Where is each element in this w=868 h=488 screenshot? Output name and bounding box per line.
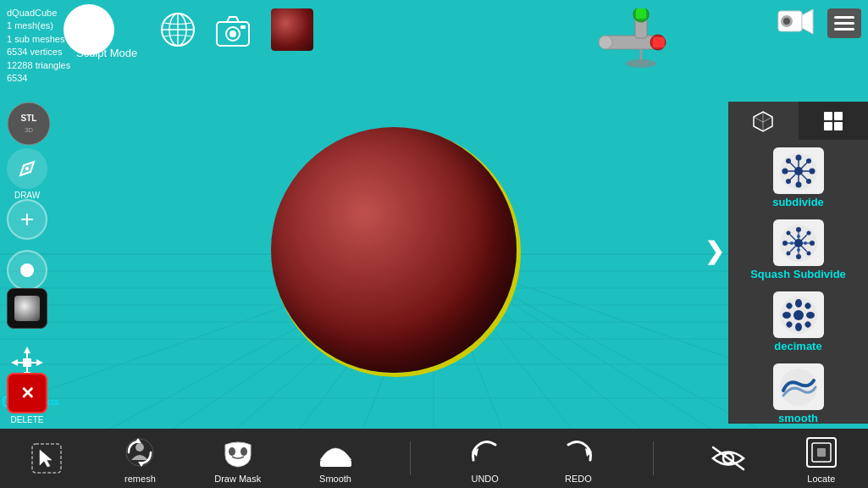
sculpt-mode-label: Sculpt Mode	[76, 47, 137, 59]
svg-marker-35	[24, 347, 30, 353]
vertex-count: 6534 vertices	[7, 47, 62, 57]
svg-point-80	[806, 230, 810, 235]
tool-squash-subdivide[interactable]: Squash Subdivide	[733, 216, 864, 284]
svg-rect-55	[824, 112, 832, 120]
tool-subdivide[interactable]: subdivide	[733, 144, 864, 212]
sub-mesh-count: 1 sub meshes	[7, 34, 64, 44]
svg-point-96	[806, 312, 815, 319]
tab-cube-view[interactable]	[728, 102, 799, 140]
svg-point-52	[599, 36, 612, 49]
svg-point-77	[782, 241, 788, 246]
svg-rect-111	[320, 460, 351, 467]
svg-rect-46	[605, 36, 656, 49]
snapshot-icon[interactable]	[212, 10, 254, 53]
globe-icon[interactable]	[157, 8, 199, 51]
dot-tool-button[interactable]	[7, 250, 47, 291]
svg-point-93	[795, 299, 802, 308]
svg-point-106	[135, 443, 144, 452]
delete-button[interactable]: ✕ DELETE	[7, 373, 47, 424]
subdivide-label: subdivide	[772, 196, 824, 208]
tool-decimate[interactable]: decimate	[733, 288, 864, 356]
separator-1	[410, 441, 411, 475]
locate-button[interactable]: Locate	[802, 433, 840, 484]
svg-point-29	[229, 30, 236, 37]
select-tool-button[interactable]	[28, 440, 66, 478]
svg-rect-118	[817, 448, 826, 457]
svg-text:STL: STL	[21, 114, 37, 123]
svg-point-89	[790, 241, 793, 245]
texture-button[interactable]	[7, 288, 47, 329]
svg-point-76	[796, 254, 801, 259]
mesh-count: 1 mesh(es)	[7, 20, 53, 30]
camera-record-button[interactable]	[777, 7, 815, 40]
svg-point-78	[810, 241, 815, 246]
top-right-controls	[777, 7, 861, 40]
svg-point-63	[782, 168, 788, 174]
svg-text:3D: 3D	[25, 126, 33, 134]
svg-rect-57	[824, 122, 832, 130]
red-preview-thumbnail[interactable]	[271, 8, 313, 51]
locate-label: Locate	[807, 474, 835, 484]
smooth-bottom-button[interactable]: Smooth	[317, 433, 355, 484]
remesh-label: remesh	[124, 474, 156, 484]
svg-point-61	[795, 154, 801, 160]
smooth-bottom-label: Smooth	[319, 474, 351, 484]
svg-point-31	[8, 103, 50, 145]
draw-tool[interactable]: DRAW	[7, 148, 47, 200]
svg-marker-104	[40, 450, 52, 467]
mesh-id: 6534	[7, 73, 27, 83]
redo-button[interactable]: REDO	[559, 433, 597, 484]
svg-point-90	[804, 241, 807, 245]
hide-button[interactable]	[709, 440, 747, 478]
add-circle-button[interactable]: +	[7, 199, 47, 240]
gizmo[interactable]	[589, 8, 699, 76]
svg-marker-37	[11, 359, 18, 366]
undo-label: UNDO	[471, 474, 498, 484]
svg-rect-30	[240, 25, 246, 29]
triangle-count: 12288 triangles	[7, 60, 70, 70]
svg-point-79	[786, 230, 790, 235]
bottom-bar: remesh Draw Mask Smooth	[0, 429, 868, 488]
svg-point-45	[783, 18, 790, 25]
squash-subdivide-label: Squash Subdivide	[750, 268, 846, 280]
svg-point-109	[229, 447, 235, 456]
svg-point-87	[797, 235, 800, 238]
svg-rect-58	[834, 122, 843, 130]
svg-point-75	[796, 227, 801, 232]
svg-rect-51	[653, 37, 665, 47]
mesh-name: dQuadCube	[7, 8, 57, 18]
tab-grid-view[interactable]	[799, 102, 869, 140]
svg-point-82	[806, 251, 810, 255]
right-panel: subdivide	[728, 102, 868, 424]
panel-tools-list: subdivide	[728, 140, 868, 424]
undo-button[interactable]: UNDO	[466, 433, 504, 484]
redo-label: REDO	[565, 474, 592, 484]
draw-mask-label: Draw Mask	[214, 474, 261, 484]
decimate-label: decimate	[774, 340, 821, 352]
svg-marker-43	[802, 9, 813, 34]
svg-point-62	[795, 181, 801, 187]
mesh-info: dQuadCube 1 mesh(es) 1 sub meshes 6534 v…	[7, 7, 70, 85]
3d-sphere	[271, 127, 517, 373]
stl-logo: STL 3D	[7, 102, 51, 146]
svg-point-92	[793, 310, 804, 320]
svg-line-115	[713, 447, 744, 469]
svg-point-94	[795, 323, 802, 331]
tool-smooth[interactable]: smooth	[733, 360, 864, 424]
svg-rect-49	[636, 8, 646, 19]
svg-point-81	[786, 251, 790, 255]
svg-point-64	[809, 168, 815, 174]
svg-point-95	[782, 312, 791, 319]
draw-mask-button[interactable]: Draw Mask	[214, 433, 261, 484]
remesh-button[interactable]: remesh	[121, 433, 159, 484]
svg-point-110	[240, 447, 247, 456]
svg-point-88	[797, 248, 800, 252]
svg-point-54	[626, 59, 656, 68]
svg-rect-56	[834, 112, 843, 120]
chevron-right-button[interactable]: ❯	[705, 237, 724, 265]
smooth-label: smooth	[778, 412, 818, 424]
separator-2	[653, 441, 654, 475]
hamburger-menu[interactable]	[827, 8, 861, 38]
panel-tabs	[728, 102, 868, 140]
delete-label: DELETE	[11, 415, 44, 424]
